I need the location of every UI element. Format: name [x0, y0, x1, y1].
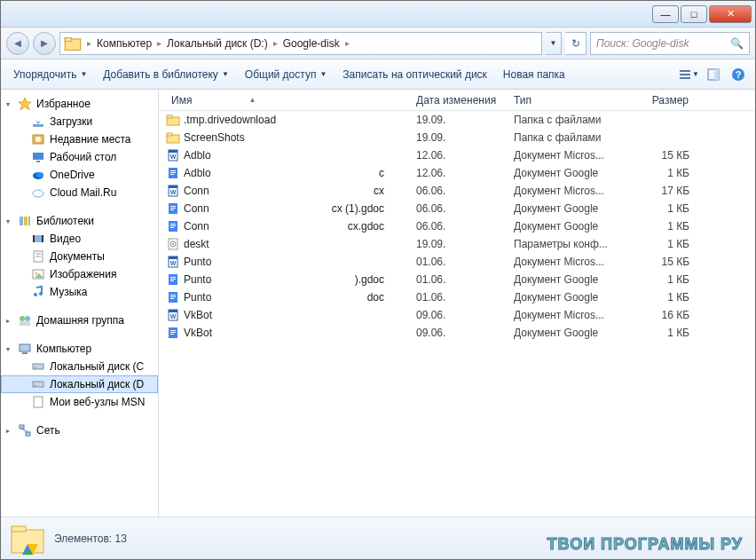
file-date: 09.06.: [411, 309, 508, 321]
svg-rect-63: [170, 209, 174, 210]
sidebar-head-libraries[interactable]: ▾ Библиотеки: [1, 212, 158, 230]
column-date[interactable]: Дата изменения: [411, 90, 508, 110]
new-folder-label: Новая папка: [503, 68, 565, 81]
column-size[interactable]: Размер: [624, 90, 695, 110]
svg-rect-14: [33, 153, 43, 160]
file-size: 16 КБ: [624, 309, 695, 321]
file-size: 1 КБ: [624, 202, 695, 215]
sidebar-label: Домашняя группа: [36, 314, 124, 327]
gdoc-icon: [166, 219, 180, 233]
titlebar[interactable]: — □ ✕: [1, 1, 755, 28]
sidebar-head-computer[interactable]: ▾ Компьютер: [1, 340, 158, 358]
file-type: Документ Google: [508, 327, 624, 339]
maximize-button[interactable]: □: [681, 5, 707, 23]
breadcrumb-item[interactable]: Локальный диск (D:): [163, 33, 272, 54]
minimize-button[interactable]: —: [652, 5, 679, 23]
sidebar-head-network[interactable]: ▸ Сеть: [1, 422, 158, 439]
view-options-button[interactable]: ▼: [677, 63, 700, 86]
svg-rect-90: [12, 526, 26, 532]
column-type[interactable]: Тип: [508, 90, 624, 110]
svg-rect-62: [170, 208, 176, 209]
main-area: ▾ Избранное ЗагрузкиНедавние местаРабочи…: [1, 90, 755, 517]
svg-rect-80: [170, 296, 176, 297]
file-row[interactable]: Puntodoc01.06.Документ Google1 КБ: [159, 288, 755, 306]
help-button[interactable]: ?: [727, 63, 750, 86]
help-icon: ?: [731, 67, 745, 82]
chevron-down-icon: ▼: [692, 70, 699, 78]
svg-rect-81: [170, 298, 174, 299]
recent-icon: [31, 132, 45, 146]
breadcrumb[interactable]: ▸ Компьютер ▸ Локальный диск (D:) ▸ Goog…: [59, 32, 542, 55]
file-row[interactable]: deskt19.09.Параметры конф...1 КБ: [159, 235, 755, 253]
sidebar-item[interactable]: Мои веб-узлы MSN: [1, 393, 158, 411]
sidebar-item[interactable]: Локальный диск (D: [1, 375, 158, 393]
svg-rect-83: [169, 310, 177, 312]
sidebar-item[interactable]: Cloud Mail.Ru: [1, 184, 158, 201]
sidebar-item-label: Загрузки: [50, 115, 92, 128]
breadcrumb-item[interactable]: Компьютер: [93, 33, 155, 54]
file-row[interactable]: ScreenShots19.09.Папка с файлами: [159, 129, 755, 146]
share-button[interactable]: Общий доступ▼: [238, 65, 335, 84]
sidebar-item-label: Локальный диск (D: [50, 378, 144, 390]
sidebar-group-favorites: ▾ Избранное ЗагрузкиНедавние местаРабочи…: [1, 95, 158, 201]
file-name: ScreenShots: [184, 131, 245, 144]
svg-rect-88: [170, 334, 174, 335]
sidebar-head-homegroup[interactable]: ▸ Домашняя группа: [1, 312, 158, 329]
sidebar-item-label: Мои веб-узлы MSN: [50, 396, 145, 408]
file-row[interactable]: WAdblo12.06.Документ Micros...15 КБ: [159, 146, 755, 164]
sidebar-item[interactable]: Недавние места: [1, 130, 158, 148]
svg-rect-2: [680, 70, 690, 72]
sidebar-item[interactable]: Видео: [1, 230, 158, 248]
back-button[interactable]: ◄: [6, 32, 29, 55]
file-name: Punto: [184, 273, 211, 286]
chevron-down-icon: ▾: [6, 217, 13, 225]
content-area: Имя▲ Дата изменения Тип Размер .tmp.driv…: [159, 90, 755, 517]
sidebar-item[interactable]: Рабочий стол: [1, 148, 158, 166]
sidebar-item-label: Видео: [50, 233, 81, 245]
sort-asc-icon: ▲: [248, 96, 256, 104]
svg-point-18: [33, 190, 43, 197]
file-date: 06.06.: [411, 202, 508, 215]
svg-point-17: [36, 172, 43, 177]
file-type: Папка с файлами: [508, 114, 624, 126]
sidebar-item[interactable]: Локальный диск (C: [1, 358, 158, 375]
svg-rect-21: [28, 217, 30, 225]
refresh-button[interactable]: ↻: [565, 32, 587, 55]
new-folder-button[interactable]: Новая папка: [496, 65, 572, 84]
file-row[interactable]: WPunto01.06.Документ Micros...15 КБ: [159, 253, 755, 271]
svg-rect-37: [22, 352, 28, 354]
organize-button[interactable]: Упорядочить▼: [6, 65, 94, 84]
file-row[interactable]: .tmp.drivedownload19.09.Папка с файлами: [159, 111, 755, 129]
svg-text:W: W: [170, 189, 177, 195]
file-name: Conn: [184, 185, 209, 197]
burn-button[interactable]: Записать на оптический диск: [335, 65, 494, 84]
svg-rect-65: [170, 224, 176, 225]
file-row[interactable]: Conncx.gdoc06.06.Документ Google1 КБ: [159, 217, 755, 235]
include-library-button[interactable]: Добавить в библиотеку▼: [96, 65, 235, 84]
sidebar-item[interactable]: Загрузки: [1, 113, 158, 130]
search-input[interactable]: Поиск: Google-disk 🔍: [590, 32, 750, 55]
sidebar-head-favorites[interactable]: ▾ Избранное: [1, 95, 158, 113]
file-row[interactable]: WVkBot09.06.Документ Micros...16 КБ: [159, 306, 755, 324]
sidebar-item[interactable]: Документы: [1, 248, 158, 265]
breadcrumb-item[interactable]: Google-disk: [280, 33, 343, 54]
sidebar-item[interactable]: Изображения: [1, 265, 158, 283]
file-date: 01.06.: [411, 291, 508, 304]
breadcrumb-dropdown-button[interactable]: ▼: [546, 32, 562, 55]
download-icon: [31, 114, 45, 129]
file-name: VkBot: [184, 309, 212, 321]
svg-marker-11: [35, 116, 41, 124]
column-name[interactable]: Имя▲: [166, 90, 411, 110]
file-row[interactable]: Punto).gdoc01.06.Документ Google1 КБ: [159, 271, 755, 288]
file-row[interactable]: Adbloc12.06.Документ Google1 КБ: [159, 164, 755, 182]
file-row[interactable]: VkBot09.06.Документ Google1 КБ: [159, 324, 755, 342]
sidebar-item[interactable]: Музыка: [1, 283, 158, 301]
file-row[interactable]: Conncx (1).gdoc06.06.Документ Google1 КБ: [159, 200, 755, 217]
forward-button[interactable]: ►: [33, 32, 56, 55]
column-label: Дата изменения: [416, 94, 496, 106]
sidebar-item[interactable]: OneDrive: [1, 166, 158, 184]
preview-pane-button[interactable]: [702, 63, 725, 86]
file-row[interactable]: WConncx06.06.Документ Micros...17 КБ: [159, 182, 755, 200]
svg-rect-66: [170, 225, 176, 226]
close-button[interactable]: ✕: [709, 5, 752, 23]
